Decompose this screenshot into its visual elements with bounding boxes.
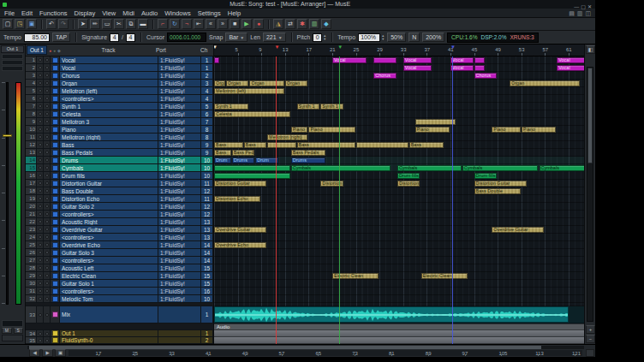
snap-combo[interactable]: Bar▼	[225, 33, 247, 42]
track-row[interactable]: 20Guitar Solo 21:FluidSy!12	[26, 203, 213, 211]
track-row[interactable]: 6<controllers>1:FluidSy!4	[26, 95, 213, 103]
mute-led[interactable]	[44, 87, 51, 95]
part[interactable]: Drum fills	[474, 173, 498, 179]
track-channel[interactable]: 1	[201, 56, 213, 64]
part[interactable]: Bass Pedals	[232, 150, 255, 156]
track-name[interactable]: <controllers>	[60, 211, 158, 218]
mute-tool-icon[interactable]: ▬	[138, 19, 148, 29]
part[interactable]: Chorus	[474, 73, 498, 79]
menu-midi[interactable]: Midi	[122, 9, 134, 17]
track-name[interactable]: <controllers>	[60, 234, 158, 241]
signature-denominator-input[interactable]: 4	[126, 33, 135, 42]
track-name[interactable]: <controllers>	[60, 95, 158, 103]
audio-part[interactable]	[214, 306, 569, 323]
track-port[interactable]: 1:FluidSy!	[158, 64, 201, 72]
track-row[interactable]: 31<controllers>1:FluidSy!16	[26, 288, 213, 295]
part[interactable]	[267, 142, 296, 148]
mute-led[interactable]	[44, 103, 51, 110]
part[interactable]: Overdrive Echo	[214, 242, 266, 248]
effect-rack-slot[interactable]	[2, 66, 23, 71]
track-channel[interactable]: 11	[201, 180, 213, 187]
track-lane[interactable]	[214, 264, 584, 272]
mute-button[interactable]: M	[2, 328, 12, 334]
track-row[interactable]: 19Distortion Echo1:FluidSy!11	[26, 195, 213, 203]
rewind-icon[interactable]: «	[206, 19, 216, 29]
track-channel[interactable]: 14	[201, 257, 213, 264]
track-lane[interactable]: Drum fillsDrum fills	[214, 172, 584, 180]
mute-led[interactable]	[44, 241, 51, 249]
eraser-tool-icon[interactable]: ▭	[102, 19, 112, 29]
solo-button[interactable]: S	[14, 328, 24, 334]
track-channel[interactable]: 7	[201, 118, 213, 126]
part[interactable]: Drum	[255, 157, 278, 163]
track-row[interactable]: 14Drums1:FluidSy!10	[26, 157, 213, 164]
record-arm-led[interactable]	[37, 218, 44, 226]
part[interactable]: Piano	[522, 127, 556, 133]
track-row[interactable]: 26Guitar Solo 31:FluidSy!14	[26, 249, 213, 257]
punch-in-icon[interactable]: ⌐	[158, 19, 168, 29]
record-icon[interactable]: ●	[253, 19, 264, 29]
mute-led[interactable]	[44, 180, 51, 187]
menu-display[interactable]: Display	[75, 9, 96, 17]
track-row[interactable]: 4Organ1:FluidSy!3	[26, 80, 213, 87]
record-arm-led[interactable]	[37, 264, 44, 272]
part[interactable]: Vocal	[403, 65, 432, 71]
track-lane[interactable]	[214, 211, 584, 218]
track-port[interactable]: 1:FluidSy!	[158, 118, 201, 126]
undo-icon[interactable]: ↶	[46, 19, 57, 29]
part[interactable]: Vocal	[403, 57, 432, 63]
save-file-icon[interactable]: ▣	[27, 19, 37, 29]
part[interactable]: Celesta	[214, 111, 290, 117]
titlebar[interactable]: MusE: Song: test - [MusE: Arranger] — Mu…	[0, 0, 595, 9]
track-name[interactable]: Distortion Guitar	[60, 180, 158, 187]
track-name[interactable]: Out 1	[60, 330, 158, 337]
track-name[interactable]: <controllers>	[60, 257, 158, 264]
mixer-icon[interactable]: ▥	[309, 19, 319, 29]
part[interactable]: Vocal	[332, 57, 367, 63]
part[interactable]	[356, 142, 408, 148]
signature-numerator-input[interactable]: 4	[110, 33, 119, 42]
track-name[interactable]: Mellotron (left)	[60, 87, 158, 95]
track-port[interactable]: 1:FluidSy!	[158, 172, 201, 180]
track-row[interactable]: 22Acoustic Right1:FluidSy!13	[26, 218, 213, 226]
track-name[interactable]: Overdrive Echo	[60, 241, 158, 249]
track-lane[interactable]	[214, 95, 584, 103]
timeline-ruler[interactable]: 5913172125293337414549535761▼▼▼▼	[214, 45, 584, 56]
sync-icon[interactable]: ⇄	[285, 19, 295, 29]
part[interactable]: Bass	[244, 142, 267, 148]
part[interactable]: Overdrive Guitar	[492, 227, 544, 233]
track-channel[interactable]: 10	[201, 295, 213, 303]
part[interactable]: Bass	[214, 142, 243, 148]
track-lane[interactable]	[214, 118, 584, 126]
track-channel[interactable]: 5	[201, 103, 213, 110]
track-name[interactable]: Bass Pedals	[60, 149, 158, 157]
track-port[interactable]: 1:FluidSy!	[158, 72, 201, 80]
horizontal-scroll-thumb[interactable]	[29, 346, 541, 349]
track-lane[interactable]	[214, 218, 584, 226]
marker-icon[interactable]: ◆	[321, 19, 331, 29]
track-lane[interactable]: Mellotron (left)	[214, 87, 584, 95]
track-name[interactable]: Distortion Echo	[60, 195, 158, 203]
record-arm-led[interactable]	[37, 295, 44, 303]
part[interactable]: Piano	[492, 127, 521, 133]
scroll-left-icon[interactable]: ◀	[29, 349, 40, 357]
mute-led[interactable]	[44, 118, 51, 126]
track-row[interactable]: 33Mix1	[26, 306, 213, 323]
track-name[interactable]: Celesta	[60, 110, 158, 118]
track-channel[interactable]: 1	[201, 64, 213, 72]
part[interactable]: Bass Double	[474, 188, 521, 194]
mute-led[interactable]	[44, 141, 51, 149]
track-port[interactable]	[158, 330, 201, 337]
pencil-tool-icon[interactable]: ✏	[90, 19, 100, 29]
zoom-out-button[interactable]: 50%	[387, 33, 406, 42]
track-channel[interactable]: 12	[201, 203, 213, 211]
record-arm-led[interactable]	[37, 241, 44, 249]
track-name[interactable]: Guitar Solo 1	[60, 280, 158, 288]
track-name[interactable]: Drum fills	[60, 172, 158, 180]
mute-led[interactable]	[44, 203, 51, 211]
record-arm-led[interactable]	[37, 118, 44, 126]
track-channel[interactable]: 12	[201, 187, 213, 195]
track-name[interactable]: Mix	[60, 306, 158, 323]
track-channel[interactable]: 9	[201, 141, 213, 149]
record-arm-led[interactable]	[37, 195, 44, 203]
